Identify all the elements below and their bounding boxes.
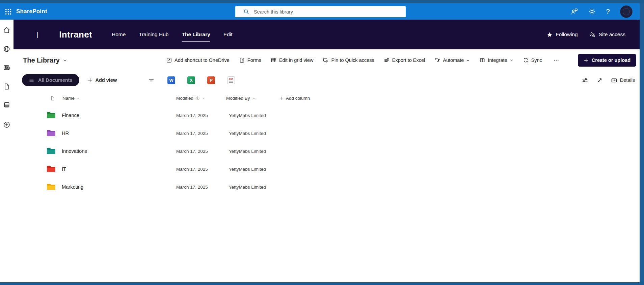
globe-icon[interactable] xyxy=(3,45,10,53)
chevron-down-icon xyxy=(77,97,80,100)
file-modified-date: March 17, 2025 xyxy=(176,148,208,153)
column-header-modified-by[interactable]: Modified By xyxy=(226,96,256,101)
nav-item-the-library[interactable]: The Library xyxy=(182,29,210,40)
pdf-app-icon[interactable]: PDF xyxy=(227,76,235,84)
more-commands-ellipsis[interactable] xyxy=(552,57,561,63)
forms-button[interactable]: Forms xyxy=(239,57,261,63)
nav-item-home[interactable]: Home xyxy=(112,29,126,40)
file-row[interactable]: HR March 17, 2025 YettyMabs Limited xyxy=(0,124,640,142)
chevron-down-icon xyxy=(202,97,205,100)
app-launcher-waffle-icon[interactable] xyxy=(0,3,16,20)
folder-icon xyxy=(47,184,55,190)
site-title[interactable]: Intranet xyxy=(59,29,92,40)
file-modified-by[interactable]: YettyMabs Limited xyxy=(229,166,266,171)
site-logo-mark: | xyxy=(36,31,38,39)
document-icon[interactable] xyxy=(3,83,10,90)
file-modified-by[interactable]: YettyMabs Limited xyxy=(229,184,266,189)
details-pane-button[interactable]: Details xyxy=(611,77,635,84)
details-pane-icon xyxy=(611,77,617,84)
search-input[interactable] xyxy=(254,9,389,15)
pin-to-quick-access-button[interactable]: Pin to Quick access xyxy=(323,57,374,63)
chevron-down-icon xyxy=(510,58,513,62)
file-name[interactable]: IT xyxy=(62,166,66,172)
file-modified-by[interactable]: YettyMabs Limited xyxy=(229,113,266,118)
pin-icon xyxy=(323,57,329,63)
site-header: | Intranet Home Training Hub The Library… xyxy=(14,20,640,49)
file-modified-by[interactable]: YettyMabs Limited xyxy=(229,148,266,153)
ellipsis-icon xyxy=(553,57,560,63)
info-icon xyxy=(195,96,200,100)
chevron-down-icon xyxy=(63,58,67,63)
site-navigation: Home Training Hub The Library Edit xyxy=(112,29,233,40)
integrate-menu-button[interactable]: Integrate xyxy=(479,57,513,63)
view-bar: All Documents Add view W X P PDF xyxy=(14,71,640,89)
feedback-person-chat-icon[interactable] xyxy=(571,8,578,15)
nav-item-edit[interactable]: Edit xyxy=(223,29,233,40)
news-icon[interactable] xyxy=(3,64,10,71)
automate-flow-icon xyxy=(434,57,440,63)
star-icon xyxy=(547,32,553,38)
file-row[interactable]: Finance March 17, 2025 YettyMabs Limited xyxy=(0,106,640,124)
file-name[interactable]: Innovations xyxy=(62,148,87,154)
help-icon[interactable]: ? xyxy=(606,7,610,16)
folder-icon xyxy=(47,130,55,137)
grid-icon xyxy=(271,57,277,63)
file-name[interactable]: Marketing xyxy=(62,184,83,190)
home-icon[interactable] xyxy=(3,26,10,34)
excel-export-icon xyxy=(384,57,390,63)
search-box[interactable] xyxy=(235,6,406,17)
file-modified-date: March 17, 2025 xyxy=(176,184,208,189)
shortcut-external-link-icon xyxy=(166,57,172,63)
integrate-icon xyxy=(479,57,485,63)
column-header-modified[interactable]: Modified xyxy=(176,96,205,101)
export-to-excel-button[interactable]: Export to Excel xyxy=(384,57,425,63)
file-row[interactable]: Marketing March 17, 2025 YettyMabs Limit… xyxy=(0,178,640,196)
account-avatar[interactable] xyxy=(620,5,633,18)
browser-frame-top xyxy=(0,0,644,3)
file-type-column-icon[interactable] xyxy=(50,96,55,101)
create-or-upload-button[interactable]: Create or upload xyxy=(578,54,636,67)
chevron-down-icon xyxy=(252,97,256,100)
folder-icon xyxy=(47,166,55,172)
forms-icon xyxy=(239,57,245,63)
file-modified-date: March 17, 2025 xyxy=(176,130,208,136)
add-column-button[interactable]: Add column xyxy=(279,96,310,101)
add-view-button[interactable]: Add view xyxy=(87,77,117,83)
view-options-sliders-icon[interactable] xyxy=(582,77,588,84)
following-button[interactable]: Following xyxy=(547,31,578,38)
file-modified-by[interactable]: YettyMabs Limited xyxy=(229,130,266,136)
folder-icon xyxy=(47,112,55,119)
add-shortcut-to-onedrive-button[interactable]: Add shortcut to OneDrive xyxy=(166,57,230,63)
nav-item-training-hub[interactable]: Training Hub xyxy=(139,29,168,40)
expand-fullscreen-icon[interactable] xyxy=(596,77,603,84)
word-app-icon[interactable]: W xyxy=(167,76,175,84)
sync-icon xyxy=(523,57,529,63)
file-row[interactable]: IT March 17, 2025 YettyMabs Limited xyxy=(0,160,640,178)
powerpoint-app-icon[interactable]: P xyxy=(207,76,215,84)
file-name[interactable]: HR xyxy=(62,130,69,136)
plus-icon xyxy=(279,96,284,100)
plus-icon xyxy=(584,58,589,63)
library-title-dropdown[interactable]: The Library xyxy=(23,56,67,64)
edit-in-grid-view-button[interactable]: Edit in grid view xyxy=(271,57,314,63)
plus-icon xyxy=(87,77,93,83)
current-view-all-documents[interactable]: All Documents xyxy=(22,74,79,86)
folder-icon xyxy=(47,148,55,155)
view-list-icon xyxy=(29,77,34,83)
command-bar: The Library Add shortcut to OneDrive For… xyxy=(14,49,640,71)
file-name[interactable]: Finance xyxy=(62,113,79,118)
sharepoint-brand[interactable]: SharePoint xyxy=(16,8,47,15)
suite-bar: SharePoint ? xyxy=(0,3,640,20)
chevron-down-icon xyxy=(466,58,470,62)
file-row[interactable]: Innovations March 17, 2025 YettyMabs Lim… xyxy=(0,142,640,160)
column-header-name[interactable]: Name xyxy=(62,96,80,101)
site-access-button[interactable]: Site access xyxy=(589,31,625,38)
vertical-scrollbar[interactable] xyxy=(640,3,644,282)
sort-filter-icon[interactable] xyxy=(148,77,155,84)
file-modified-date: March 17, 2025 xyxy=(176,113,208,118)
automate-menu-button[interactable]: Automate xyxy=(434,57,470,63)
sync-button[interactable]: Sync xyxy=(523,57,542,63)
settings-gear-icon[interactable] xyxy=(588,8,596,15)
browser-frame-bottom xyxy=(0,282,644,285)
excel-app-icon[interactable]: X xyxy=(187,76,195,84)
